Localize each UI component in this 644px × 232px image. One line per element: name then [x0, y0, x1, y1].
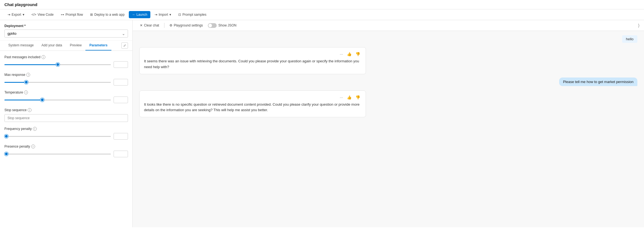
ai-message-1-text: It seems there was an issue with retriev… [144, 58, 361, 70]
stop-sequence-info-icon[interactable]: i [28, 108, 32, 112]
show-json-toggle[interactable] [208, 23, 217, 28]
user-bubble-2: Please tell me how to get market permiss… [559, 78, 637, 86]
clear-chat-icon: ✕ [140, 23, 143, 27]
stop-sequence-input[interactable] [4, 114, 128, 122]
deployment-label: Deployment * [4, 24, 128, 28]
deploy-web-app-button[interactable]: ⊞ Deploy to a web app [87, 11, 127, 18]
deployment-select-wrapper: gpt4o [4, 30, 128, 38]
user-bubble-1: hello [622, 35, 637, 43]
presence-penalty-group: Presence penalty i 0 [4, 145, 128, 157]
launch-icon: → [132, 13, 135, 17]
max-response-info-icon[interactable]: i [26, 73, 30, 77]
playground-settings-button[interactable]: ⚙ Playground settings [167, 22, 206, 28]
samples-icon: ⊡ [178, 13, 181, 17]
parameter-tabs: System message Add your data Preview Par… [0, 41, 132, 51]
export-button[interactable]: ⇥ Export ▾ [4, 11, 27, 18]
presence-penalty-label: Presence penalty i [4, 145, 128, 148]
main-layout: Deployment * gpt4o System message Add yo… [0, 20, 644, 227]
deployment-section: Deployment * gpt4o [0, 20, 132, 41]
main-toolbar: ⇥ Export ▾ </> View Code ⊶ Prompt flow ⊞… [0, 9, 644, 20]
past-messages-slider-row: 10 [4, 61, 128, 68]
ai-message-2-text: It looks like there is no specific quest… [144, 102, 361, 113]
page-title: Chat playground [4, 2, 37, 7]
temperature-slider[interactable] [4, 100, 111, 100]
temperature-group: Temperature i 0.7 [4, 90, 128, 103]
chat-messages-area: hello ··· 👍 👎 It seems there was an issu… [133, 31, 644, 227]
clear-chat-button[interactable]: ✕ Clear chat [137, 22, 162, 28]
max-response-slider[interactable] [4, 82, 111, 83]
frequency-penalty-group: Frequency penalty i 0 [4, 127, 128, 140]
max-response-group: Max response i 800 [4, 73, 128, 86]
left-panel: Deployment * gpt4o System message Add yo… [0, 20, 133, 227]
max-response-slider-row: 800 [4, 79, 128, 86]
ai-thumbdown-button-2[interactable]: 👎 [354, 95, 361, 100]
presence-penalty-slider-row: 0 [4, 151, 128, 157]
past-messages-slider[interactable] [4, 64, 111, 65]
settings-icon: ⚙ [169, 23, 172, 27]
ai-thumbup-button-2[interactable]: 👍 [346, 95, 353, 100]
presence-penalty-value[interactable]: 0 [114, 151, 128, 157]
past-messages-label: Past messages included i [4, 55, 128, 59]
import-icon: ⇥ [155, 13, 157, 17]
user-message-2: Please tell me how to get market permiss… [139, 78, 637, 86]
parameters-section: Past messages included i 10 Max response… [0, 51, 132, 227]
import-button[interactable]: ⇥ Import ▾ [151, 11, 174, 18]
frequency-penalty-info-icon[interactable]: i [33, 127, 37, 131]
show-json-toggle-group: Show JSON [208, 23, 236, 28]
tab-preview[interactable]: Preview [66, 41, 86, 50]
ai-message-2: ··· 👍 👎 It looks like there is no specif… [139, 90, 366, 118]
ai-thumbup-button-1[interactable]: 👍 [346, 51, 353, 57]
chat-toolbar: ✕ Clear chat ⚙ Playground settings Show … [133, 20, 644, 31]
import-chevron-icon: ▾ [169, 13, 171, 17]
ai-message-1-actions: ··· 👍 👎 [144, 51, 361, 57]
collapse-button[interactable]: ⟩ [638, 23, 640, 28]
export-icon: ⇥ [7, 13, 10, 17]
deployment-select[interactable]: gpt4o [4, 30, 128, 38]
ai-more-options-button-1[interactable]: ··· [339, 51, 344, 57]
flow-icon: ⊶ [61, 13, 64, 17]
temperature-value[interactable]: 0.7 [114, 97, 128, 103]
required-indicator: * [24, 24, 26, 28]
deploy-icon: ⊞ [90, 13, 93, 17]
tab-add-your-data[interactable]: Add your data [38, 41, 66, 50]
ai-message-1: ··· 👍 👎 It seems there was an issue with… [139, 47, 366, 74]
temperature-slider-row: 0.7 [4, 97, 128, 103]
temperature-info-icon[interactable]: i [24, 90, 28, 94]
export-chevron-icon: ▾ [23, 13, 24, 17]
past-messages-group: Past messages included i 10 [4, 55, 128, 68]
presence-penalty-info-icon[interactable]: i [31, 145, 35, 148]
chat-toolbar-right: ⟩ [638, 23, 640, 28]
frequency-penalty-slider[interactable] [4, 136, 111, 137]
past-messages-info-icon[interactable]: i [41, 55, 45, 59]
stop-sequence-label: Stop sequence i [4, 108, 128, 112]
ai-more-options-button-2[interactable]: ··· [339, 95, 344, 100]
ai-thumbdown-button-1[interactable]: 👎 [354, 51, 361, 57]
prompt-samples-button[interactable]: ⊡ Prompt samples [175, 11, 210, 18]
temperature-label: Temperature i [4, 90, 128, 94]
tab-system-message[interactable]: System message [4, 41, 38, 50]
view-code-button[interactable]: </> View Code [28, 11, 57, 18]
frequency-penalty-value[interactable]: 0 [114, 133, 128, 140]
prompt-flow-button[interactable]: ⊶ Prompt flow [58, 11, 86, 18]
stop-sequence-group: Stop sequence i [4, 108, 128, 122]
frequency-penalty-slider-row: 0 [4, 133, 128, 140]
code-icon: </> [32, 13, 36, 17]
tab-action-area: ⤢ [121, 42, 128, 49]
toggle-knob [208, 24, 212, 27]
max-response-label: Max response i [4, 73, 128, 77]
user-message-1: hello [139, 35, 637, 43]
toolbar-separator [164, 23, 164, 28]
past-messages-value[interactable]: 10 [114, 61, 128, 68]
tab-parameters[interactable]: Parameters [85, 41, 111, 50]
launch-button[interactable]: → Launch [129, 11, 150, 18]
presence-penalty-slider[interactable] [4, 154, 111, 154]
chat-panel: ✕ Clear chat ⚙ Playground settings Show … [133, 20, 644, 227]
header: Chat playground [0, 0, 644, 9]
max-response-value[interactable]: 800 [114, 79, 128, 86]
frequency-penalty-label: Frequency penalty i [4, 127, 128, 131]
expand-button[interactable]: ⤢ [121, 42, 128, 49]
ai-message-2-actions: ··· 👍 👎 [144, 95, 361, 100]
